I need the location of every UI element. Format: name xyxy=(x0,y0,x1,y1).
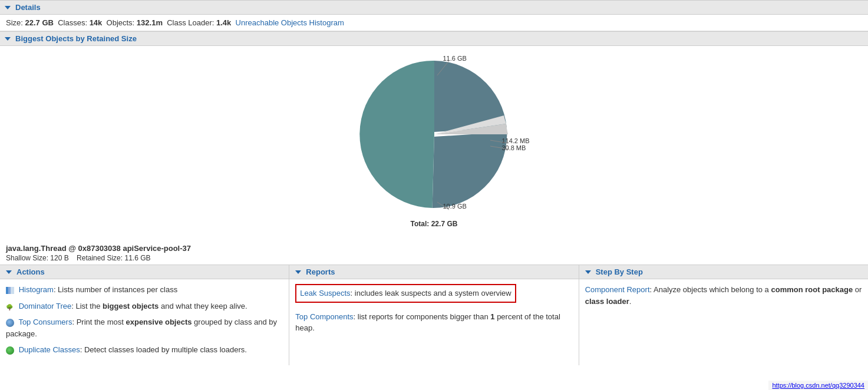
object-info: java.lang.Thread @ 0x87303038 apiService… xyxy=(0,240,868,265)
chart-label-11gb: 11.6 GB xyxy=(443,55,467,62)
object-title: java.lang.Thread @ 0x87303038 apiService… xyxy=(6,244,862,253)
actions-collapse-icon xyxy=(6,270,12,274)
step-by-step-panel: Step By Step Component Report: Analyze o… xyxy=(579,265,868,365)
biggest-objects-collapse-icon xyxy=(5,37,11,41)
dominator-tree-link[interactable]: Dominator Tree xyxy=(19,302,72,310)
step-by-step-panel-header: Step By Step xyxy=(579,265,868,279)
component-report-item: Component Report: Analyze objects which … xyxy=(585,284,862,307)
dup-icon xyxy=(6,346,14,355)
chart-section: 11.6 GB 114.2 MB30.8 MB 10.9 GB Total: 2… xyxy=(0,46,868,240)
duplicate-classes-link[interactable]: Duplicate Classes xyxy=(19,345,80,354)
reports-collapse-icon xyxy=(295,270,301,274)
details-objects: 132.1m xyxy=(137,18,163,27)
reports-panel: Reports Leak Suspects: includes leak sus… xyxy=(289,265,579,365)
details-size: 22.7 GB xyxy=(25,18,54,27)
top-consumers-link[interactable]: Top Consumers xyxy=(18,318,72,326)
leak-suspects-box: Leak Suspects: includes leak suspects an… xyxy=(295,284,516,303)
duplicate-classes-item: Duplicate Classes: Detect classes loaded… xyxy=(6,344,283,356)
top-components-item: Top Components: list reports for compone… xyxy=(295,311,572,334)
actions-panel-header: Actions xyxy=(0,265,289,279)
leak-suspects-link[interactable]: Leak Suspects xyxy=(300,289,350,298)
details-collapse-icon xyxy=(5,6,11,9)
reports-label: Reports xyxy=(306,267,335,276)
details-section-header[interactable]: Details xyxy=(0,0,868,15)
histogram-item: Histogram: Lists number of instances per… xyxy=(6,284,283,296)
details-classes: 14k xyxy=(90,18,103,27)
actions-panel: Actions Histogram: Lists number of insta… xyxy=(0,265,289,365)
object-size: Shallow Size: 120 B Retained Size: 11.6 … xyxy=(6,254,862,262)
details-label: Details xyxy=(15,3,41,12)
leak-suspects-item: Leak Suspects: includes leak suspects an… xyxy=(295,284,572,306)
step-by-step-label: Step By Step xyxy=(596,267,643,276)
bar-chart-icon xyxy=(6,287,14,294)
unreachable-objects-link[interactable]: Unreachable Objects Histogram xyxy=(236,18,344,27)
actions-label: Actions xyxy=(16,267,45,276)
step-by-step-collapse-icon xyxy=(585,270,591,274)
pie-chart xyxy=(352,52,517,217)
details-bar: Size: 22.7 GB Classes: 14k Objects: 132.… xyxy=(0,15,868,31)
dominator-tree-item: 🌳 Dominator Tree: List the biggest objec… xyxy=(6,300,283,312)
chart-total: Total: 22.7 GB xyxy=(334,220,534,228)
three-panel: Actions Histogram: Lists number of insta… xyxy=(0,265,868,365)
histogram-link[interactable]: Histogram xyxy=(19,285,54,294)
globe-icon xyxy=(6,319,14,327)
chart-label-114mb: 114.2 MB30.8 MB xyxy=(501,137,529,151)
chart-label-10gb: 10.9 GB xyxy=(443,203,467,210)
biggest-objects-section-header[interactable]: Biggest Objects by Retained Size xyxy=(0,31,868,46)
component-report-link[interactable]: Component Report xyxy=(585,285,650,294)
top-components-link[interactable]: Top Components xyxy=(295,312,353,321)
details-classloader: 1.4k xyxy=(216,18,231,27)
tree-icon: 🌳 xyxy=(6,303,14,310)
reports-panel-header: Reports xyxy=(289,265,578,279)
top-consumers-item: Top Consumers: Print the most expensive … xyxy=(6,316,283,339)
biggest-objects-label: Biggest Objects by Retained Size xyxy=(15,34,137,43)
